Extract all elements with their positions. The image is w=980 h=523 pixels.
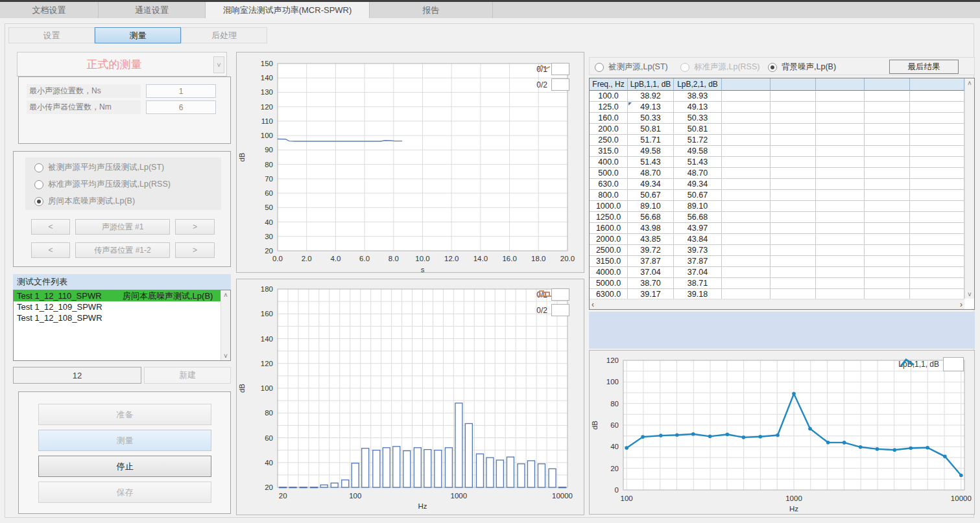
- table-cell[interactable]: [722, 91, 771, 102]
- table-cell[interactable]: [816, 201, 865, 212]
- table-cell[interactable]: 39.17: [628, 289, 674, 299]
- mic-position-next-button[interactable]: >: [175, 242, 215, 258]
- table-cell[interactable]: [722, 245, 771, 256]
- table-cell[interactable]: 50.33: [674, 113, 722, 124]
- table-cell[interactable]: [722, 223, 771, 234]
- mic-position-button[interactable]: 传声器位置 #1-2: [75, 242, 170, 258]
- table-cell[interactable]: 250.0: [590, 135, 628, 146]
- file-list-item[interactable]: Test 1_12_109_SPWR: [14, 301, 221, 312]
- table-cell[interactable]: [865, 168, 910, 179]
- table-cell[interactable]: 38.70: [628, 278, 674, 289]
- table-cell[interactable]: [771, 157, 816, 168]
- table-cell[interactable]: [910, 223, 964, 234]
- table-cell[interactable]: 400.0: [590, 157, 628, 168]
- file-list-item[interactable]: Test 1_12_108_SPWR: [14, 312, 221, 323]
- subtab-3[interactable]: 后处理: [181, 27, 267, 43]
- table-cell[interactable]: [865, 278, 910, 289]
- scroll-left-icon[interactable]: ‹: [592, 300, 594, 309]
- table-cell[interactable]: 200.0: [590, 124, 628, 135]
- table-cell[interactable]: [865, 201, 910, 212]
- table-cell[interactable]: 51.72: [674, 135, 722, 146]
- table-cell[interactable]: 100.0: [590, 91, 628, 102]
- table-cell[interactable]: 49.58: [628, 146, 674, 157]
- table-cell[interactable]: [910, 91, 964, 102]
- table-cell[interactable]: [910, 179, 964, 190]
- table-cell[interactable]: [816, 135, 865, 146]
- table-cell[interactable]: [865, 256, 910, 267]
- table-cell[interactable]: 56.68: [628, 212, 674, 223]
- table-cell[interactable]: 51.43: [628, 157, 674, 168]
- table-horizontal-scrollbar[interactable]: ‹ ›: [590, 299, 964, 309]
- table-cell[interactable]: [816, 157, 865, 168]
- final-result-button[interactable]: 最后结果: [889, 60, 959, 74]
- table-cell[interactable]: 3150.0: [590, 256, 628, 267]
- table-cell[interactable]: [910, 234, 964, 245]
- table-cell[interactable]: 2000.0: [590, 234, 628, 245]
- table-cell[interactable]: [771, 124, 816, 135]
- table-cell[interactable]: 56.68: [674, 212, 722, 223]
- table-cell[interactable]: 2500.0: [590, 245, 628, 256]
- table-cell[interactable]: [722, 124, 771, 135]
- table-cell[interactable]: 1000.0: [590, 201, 628, 212]
- table-cell[interactable]: 1250.0: [590, 212, 628, 223]
- table-cell[interactable]: 4000.0: [590, 267, 628, 278]
- table-cell[interactable]: [910, 278, 964, 289]
- table-cell[interactable]: [722, 113, 771, 124]
- table-cell[interactable]: [771, 135, 816, 146]
- table-cell[interactable]: [722, 179, 771, 190]
- radio-icon[interactable]: [34, 163, 43, 172]
- subtab-1[interactable]: 设置: [8, 27, 95, 43]
- table-cell[interactable]: [771, 146, 816, 157]
- table-cell[interactable]: [865, 234, 910, 245]
- table-cell[interactable]: 37.04: [628, 267, 674, 278]
- table-cell[interactable]: 51.71: [628, 135, 674, 146]
- table-cell[interactable]: 37.87: [674, 256, 722, 267]
- table-cell[interactable]: 89.10: [674, 201, 722, 212]
- tab-1[interactable]: 文档设置: [0, 2, 99, 18]
- action-button-1[interactable]: 准备: [38, 404, 211, 425]
- table-cell[interactable]: [865, 223, 910, 234]
- table-cell[interactable]: [865, 124, 910, 135]
- table-cell[interactable]: [865, 113, 910, 124]
- scroll-down-icon[interactable]: ˅: [221, 351, 230, 360]
- table-cell[interactable]: 49.13: [628, 102, 674, 113]
- table-cell[interactable]: [771, 201, 816, 212]
- table-cell[interactable]: [910, 267, 964, 278]
- table-cell[interactable]: 5000.0: [590, 278, 628, 289]
- table-cell[interactable]: [816, 256, 865, 267]
- table-cell[interactable]: 50.81: [674, 124, 722, 135]
- table-cell[interactable]: [865, 157, 910, 168]
- table-cell[interactable]: 38.92: [628, 91, 674, 102]
- result-radio-1[interactable]: 被测声源,Lp(ST): [595, 59, 668, 75]
- table-cell[interactable]: [771, 223, 816, 234]
- scroll-down-icon[interactable]: ˅: [965, 290, 974, 299]
- file-list-item[interactable]: Test 1_12_110_SPWR房间本底噪声测试,Lp(B): [14, 290, 221, 301]
- table-cell[interactable]: [771, 256, 816, 267]
- radio-selected-icon[interactable]: [768, 63, 777, 72]
- table-cell[interactable]: [910, 190, 964, 201]
- table-cell[interactable]: [722, 212, 771, 223]
- result-radio-2[interactable]: 标准声源,Lp(RSS): [680, 59, 759, 75]
- table-cell[interactable]: [722, 289, 771, 299]
- table-cell[interactable]: [865, 91, 910, 102]
- source-position-prev-button[interactable]: <: [31, 219, 70, 235]
- radio-selected-icon[interactable]: [34, 197, 43, 206]
- table-cell[interactable]: [910, 212, 964, 223]
- table-cell[interactable]: [816, 146, 865, 157]
- table-cell[interactable]: 43.97: [674, 223, 722, 234]
- table-cell[interactable]: [865, 289, 910, 299]
- test-type-radio-2[interactable]: 标准声源平均声压级测试,Lp(RSS): [34, 176, 171, 192]
- table-cell[interactable]: 38.93: [674, 91, 722, 102]
- table-cell[interactable]: [910, 256, 964, 267]
- source-position-button[interactable]: 声源位置 #1: [75, 219, 170, 235]
- table-cell[interactable]: [910, 157, 964, 168]
- table-cell[interactable]: [771, 278, 816, 289]
- table-cell[interactable]: [722, 168, 771, 179]
- table-cell[interactable]: [816, 223, 865, 234]
- table-cell[interactable]: [865, 212, 910, 223]
- table-cell[interactable]: 630.0: [590, 179, 628, 190]
- table-cell[interactable]: [771, 113, 816, 124]
- table-cell[interactable]: 6300.0: [590, 289, 628, 299]
- table-cell[interactable]: 37.87: [628, 256, 674, 267]
- table-cell[interactable]: [865, 245, 910, 256]
